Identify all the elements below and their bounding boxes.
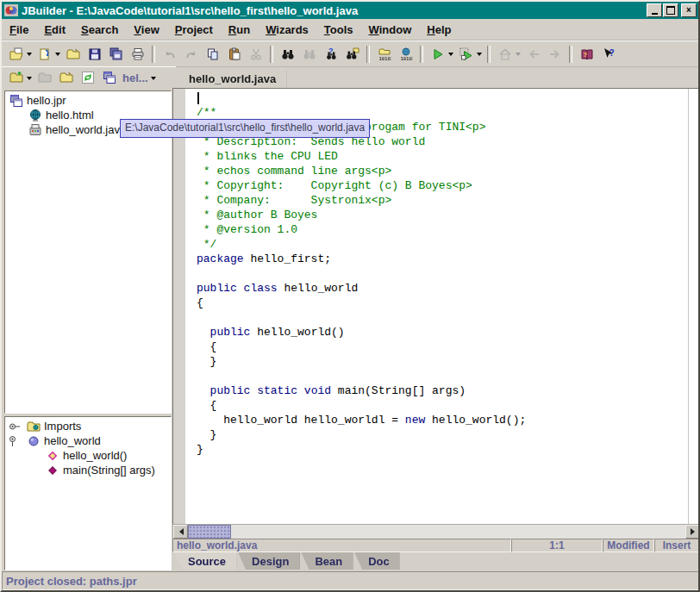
run-button[interactable] bbox=[427, 44, 448, 65]
status-insert-mode: Insert bbox=[654, 539, 699, 552]
tree-item-hello-world[interactable]: hello_world bbox=[5, 433, 171, 448]
jbuilder-app-icon bbox=[4, 4, 18, 16]
help-button[interactable]: ? bbox=[576, 44, 597, 65]
print-button[interactable] bbox=[127, 44, 148, 65]
debug-button[interactable] bbox=[455, 44, 477, 65]
svg-text:10101: 10101 bbox=[400, 56, 413, 61]
toolbar-separator bbox=[420, 46, 423, 63]
tree-item-imports[interactable]: Imports bbox=[5, 419, 171, 433]
tree-item-label: hello_world.java bbox=[46, 123, 126, 136]
open-project-button-dropdown[interactable] bbox=[27, 77, 32, 83]
save-all-button[interactable] bbox=[105, 44, 127, 65]
tree-item-hello-world-[interactable]: hello_world() bbox=[5, 448, 171, 463]
refresh-button[interactable] bbox=[77, 67, 98, 88]
window-title: JBuilder - E:\JavaCode\tutorial1\src\hel… bbox=[22, 4, 646, 17]
save-button[interactable] bbox=[84, 44, 105, 65]
structure-panel[interactable]: Importshello_worldhello_world()main(Stri… bbox=[4, 416, 172, 570]
view-tab-bean[interactable]: Bean bbox=[301, 552, 353, 570]
structure-tree: Importshello_worldhello_world()main(Stri… bbox=[5, 417, 171, 477]
search-again-button[interactable] bbox=[298, 44, 320, 65]
project-folder-button[interactable] bbox=[55, 67, 77, 88]
menu-item-run[interactable]: Run bbox=[221, 21, 258, 39]
find-button[interactable] bbox=[277, 44, 298, 65]
rebuild-button[interactable]: 10101 bbox=[395, 44, 416, 65]
close-button[interactable]: × bbox=[681, 3, 697, 17]
code-line bbox=[197, 310, 688, 325]
scroll-right-button[interactable] bbox=[685, 525, 700, 539]
code-editor[interactable]: /** * Title: hello progam for TINI<p> * … bbox=[172, 88, 700, 525]
redo-button[interactable] bbox=[180, 44, 202, 65]
code-line: } bbox=[197, 354, 688, 369]
code-line: public class hello_world bbox=[197, 281, 688, 296]
close-project-button[interactable] bbox=[34, 67, 55, 88]
code-line: { bbox=[197, 340, 688, 354]
scrollbar-track[interactable] bbox=[231, 525, 685, 539]
menu-item-file[interactable]: File bbox=[2, 21, 36, 39]
cut-button[interactable] bbox=[245, 44, 266, 65]
methodIc-icon bbox=[45, 464, 59, 477]
scroll-left-button[interactable] bbox=[173, 525, 188, 539]
horizontal-scrollbar[interactable] bbox=[172, 524, 700, 539]
forward-button[interactable] bbox=[544, 44, 566, 65]
view-tab-doc[interactable]: Doc bbox=[354, 552, 400, 570]
run-button-dropdown[interactable] bbox=[448, 53, 453, 59]
code-line: } bbox=[197, 442, 688, 457]
minimize-button[interactable] bbox=[647, 3, 662, 17]
context-help-button[interactable]: ? bbox=[597, 44, 619, 65]
menu-item-window[interactable]: Window bbox=[361, 21, 420, 39]
view-tabs: SourceDesignBeanDoc bbox=[174, 552, 402, 570]
menu-item-tools[interactable]: Tools bbox=[316, 21, 361, 39]
project-status-message: Project closed: paths.jpr bbox=[6, 575, 137, 588]
home-button-dropdown[interactable] bbox=[516, 53, 521, 59]
code-line: * Copyright: Copyright (c) B Boyes<p> bbox=[197, 178, 688, 193]
close-file-button[interactable] bbox=[62, 44, 84, 65]
paste-button[interactable] bbox=[223, 44, 245, 65]
menu-bar: FileEditSearchViewProjectRunWizardsTools… bbox=[2, 19, 698, 41]
project-selector-dropdown[interactable] bbox=[151, 77, 156, 83]
search-in-path-button[interactable] bbox=[341, 44, 363, 65]
classIc-icon bbox=[26, 434, 41, 448]
web-icon bbox=[28, 109, 42, 122]
home-button[interactable] bbox=[494, 44, 516, 65]
code-line: * blinks the CPU LED bbox=[197, 149, 688, 164]
menu-item-help[interactable]: Help bbox=[419, 21, 459, 39]
code-line: hello_world hello_worldl = new hello_wor… bbox=[197, 413, 688, 427]
undo-button[interactable] bbox=[159, 44, 180, 65]
menu-item-edit[interactable]: Edit bbox=[36, 21, 73, 39]
editor-content[interactable]: /** * Title: hello progam for TINI<p> * … bbox=[185, 89, 688, 524]
code-line: package hello_first; bbox=[197, 252, 688, 266]
debug-button-dropdown[interactable] bbox=[477, 53, 482, 59]
project-selector[interactable] bbox=[98, 67, 120, 88]
copy-button[interactable] bbox=[202, 44, 223, 65]
open-file-button-dropdown[interactable] bbox=[27, 53, 32, 59]
tree-item-hello-jpr[interactable]: hello.jpr bbox=[5, 93, 171, 108]
jbuilder-window: JBuilder - E:\JavaCode\tutorial1\src\hel… bbox=[0, 0, 700, 592]
make-button[interactable]: 10101 bbox=[373, 44, 395, 65]
maximize-button[interactable] bbox=[663, 3, 678, 17]
view-tab-source[interactable]: Source bbox=[174, 552, 236, 570]
open-file-button[interactable] bbox=[5, 44, 27, 65]
view-tab-design[interactable]: Design bbox=[238, 552, 299, 570]
scrollbar-thumb[interactable] bbox=[188, 525, 231, 539]
expander-expanded-icon[interactable] bbox=[9, 435, 26, 447]
back-button[interactable] bbox=[522, 44, 544, 65]
menu-item-view[interactable]: View bbox=[126, 21, 166, 39]
project-tree-panel[interactable]: hello.jprhello.htmlhello_world.java bbox=[4, 90, 172, 414]
menu-item-search[interactable]: Search bbox=[73, 21, 126, 39]
open-url-button-dropdown[interactable] bbox=[55, 53, 60, 59]
vertical-scrollbar[interactable] bbox=[688, 89, 700, 524]
code-line: } bbox=[197, 427, 688, 442]
title-bar[interactable]: JBuilder - E:\JavaCode\tutorial1\src\hel… bbox=[2, 2, 698, 19]
jpr-icon bbox=[9, 94, 23, 108]
file-tab-hello-world[interactable]: hello_world.java bbox=[175, 70, 286, 88]
tree-item-label: hello.html bbox=[46, 109, 94, 122]
open-project-button[interactable] bbox=[5, 67, 27, 88]
menu-item-wizards[interactable]: Wizards bbox=[258, 21, 316, 39]
tree-item-main-string-args-[interactable]: main(String[] args) bbox=[5, 463, 171, 477]
svg-text:10101: 10101 bbox=[378, 56, 391, 61]
code-line bbox=[197, 90, 688, 105]
open-url-button[interactable] bbox=[34, 44, 55, 65]
expander-collapsed-icon[interactable] bbox=[9, 421, 26, 433]
incremental-search-button[interactable]: ? bbox=[320, 44, 341, 65]
menu-item-project[interactable]: Project bbox=[167, 21, 221, 39]
